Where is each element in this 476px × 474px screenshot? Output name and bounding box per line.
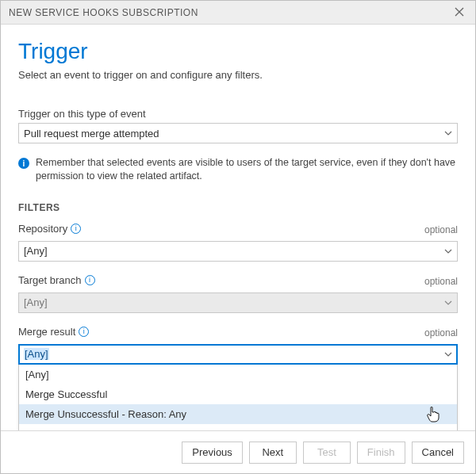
chevron-down-icon	[444, 352, 452, 357]
merge-result-dropdown: [Any] Merge Successful Merge Unsuccessfu…	[18, 365, 458, 430]
info-icon: i	[18, 158, 29, 169]
merge-result-select[interactable]: [Any]	[18, 344, 458, 365]
repository-select[interactable]: [Any]	[18, 241, 458, 262]
optional-label: optional	[424, 327, 458, 338]
target-branch-select[interactable]: [Any]	[18, 292, 458, 313]
optional-label: optional	[424, 276, 458, 287]
finish-button: Finish	[357, 442, 405, 464]
help-icon[interactable]: i	[79, 327, 89, 337]
repository-label: Repository i	[18, 223, 81, 235]
dialog-new-service-hooks: NEW SERVICE HOOKS SUBSCRIPTION Trigger S…	[0, 0, 476, 474]
dialog-footer: Previous Next Test Finish Cancel	[1, 430, 475, 473]
chevron-down-icon	[444, 300, 452, 305]
dropdown-option-unsuccessful-conflicts[interactable]: Merge Unsuccessful - Reason: Conflicts	[19, 424, 457, 430]
close-icon[interactable]	[451, 6, 467, 19]
target-branch-label: Target branch i	[18, 274, 95, 286]
repository-value: [Any]	[24, 245, 48, 257]
dropdown-option-unsuccessful-any[interactable]: Merge Unsuccessful - Reason: Any	[19, 404, 457, 424]
event-type-value: Pull request merge attempted	[24, 128, 159, 140]
cursor-hand-icon	[427, 407, 440, 425]
target-branch-value: [Any]	[24, 296, 48, 308]
titlebar: NEW SERVICE HOOKS SUBSCRIPTION	[1, 1, 475, 25]
event-type-label: Trigger on this type of event	[18, 108, 458, 120]
target-branch-field: Target branch i optional [Any]	[18, 274, 458, 313]
page-subtitle: Select an event to trigger on and config…	[18, 69, 458, 81]
content-area: Trigger Select an event to trigger on an…	[1, 25, 475, 430]
event-type-field: Trigger on this type of event Pull reque…	[18, 108, 458, 143]
titlebar-title: NEW SERVICE HOOKS SUBSCRIPTION	[9, 7, 198, 18]
merge-result-label: Merge result i	[18, 326, 89, 338]
filters-header: FILTERS	[18, 202, 458, 213]
test-button: Test	[303, 442, 351, 464]
event-type-select[interactable]: Pull request merge attempted	[18, 123, 458, 143]
merge-result-field: Merge result i optional [Any] [Any] Merg…	[18, 326, 458, 365]
optional-label: optional	[424, 224, 458, 235]
help-icon[interactable]: i	[85, 275, 95, 285]
dropdown-option-successful[interactable]: Merge Successful	[19, 384, 457, 404]
info-note-text: Remember that selected events are visibl…	[36, 156, 458, 183]
merge-result-value: [Any]	[24, 348, 49, 360]
dropdown-option-any[interactable]: [Any]	[19, 365, 457, 384]
repository-field: Repository i optional [Any]	[18, 223, 458, 262]
previous-button[interactable]: Previous	[182, 442, 243, 464]
chevron-down-icon	[444, 131, 452, 136]
help-icon[interactable]: i	[71, 224, 81, 234]
chevron-down-icon	[444, 249, 452, 254]
page-title: Trigger	[18, 39, 458, 64]
cancel-button[interactable]: Cancel	[412, 442, 464, 464]
info-note: i Remember that selected events are visi…	[18, 156, 458, 183]
next-button[interactable]: Next	[249, 442, 297, 464]
